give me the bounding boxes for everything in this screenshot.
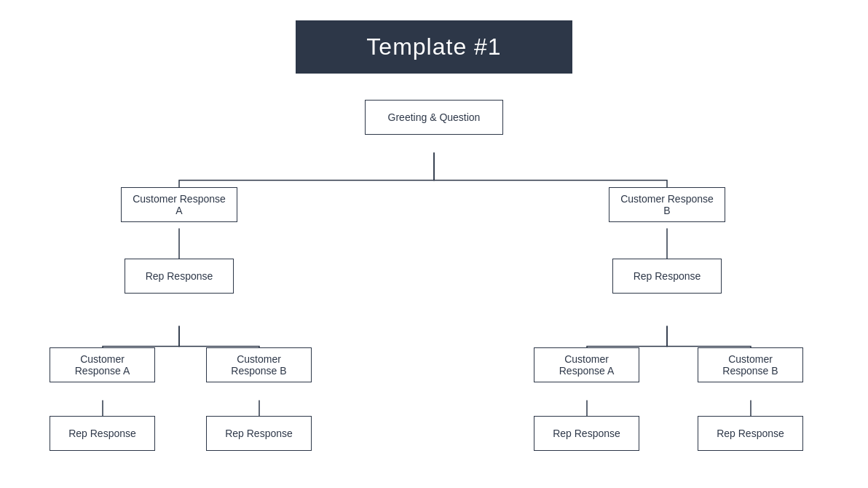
node-cr-a: Customer Response A	[121, 187, 237, 222]
page: Template #1	[0, 0, 868, 488]
node-rep-right: Rep Response	[612, 259, 722, 294]
node-rep-rr: Rep Response	[698, 416, 803, 451]
node-root: Greeting & Question	[365, 100, 503, 135]
node-cr-b: Customer Response B	[609, 187, 725, 222]
tree-diagram: Greeting & Question Customer Response A …	[33, 95, 835, 488]
page-title: Template #1	[296, 20, 572, 74]
node-rep-rl: Rep Response	[534, 416, 639, 451]
node-cr-b-right: Customer Response B	[698, 347, 803, 382]
node-rep-lr: Rep Response	[206, 416, 312, 451]
node-rep-ll: Rep Response	[50, 416, 155, 451]
node-rep-left: Rep Response	[125, 259, 234, 294]
node-cr-a-left: Customer Response A	[50, 347, 155, 382]
node-cr-b-left: Customer Response B	[206, 347, 312, 382]
node-cr-a-right: Customer Response A	[534, 347, 639, 382]
